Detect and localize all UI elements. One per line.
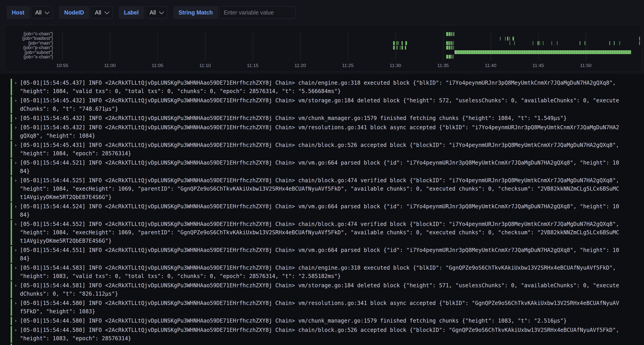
log-volume-mark-x-chain xyxy=(453,55,454,59)
variable-label-string-match: String Match xyxy=(174,6,218,18)
expand-chevron-icon[interactable]: › xyxy=(12,281,20,298)
log-volume-mark-loadtest xyxy=(507,37,508,40)
log-volume-mark-main xyxy=(452,41,452,45)
chevron-down-icon xyxy=(104,9,110,14)
log-row[interactable]: ›[05-01|15:54:44.580] INFO <2AcRkXTLLtQj… xyxy=(11,299,644,316)
log-volume-mark-main xyxy=(450,41,452,45)
x-gridline xyxy=(205,32,206,61)
variable-label-host: Host xyxy=(7,6,29,18)
log-row[interactable]: ›[05-01|15:54:45.432] INFO <2AcRkXTLLtQj… xyxy=(11,96,644,113)
log-volume-mark-main xyxy=(543,41,544,45)
log-line-text: [05-01|15:54:45.437] INFO <2AcRkXTLLtQjv… xyxy=(20,79,619,95)
log-volume-mark-p-chain xyxy=(446,46,448,49)
x-gridline xyxy=(490,32,491,61)
expand-chevron-icon[interactable]: › xyxy=(12,176,20,201)
log-volume-mark-loadtest xyxy=(512,37,514,40)
x-gridline xyxy=(253,32,253,61)
log-row[interactable]: ›[05-01|15:54:44.521] INFO <2AcRkXTLLtQj… xyxy=(11,159,644,175)
log-volume-mark-main xyxy=(533,41,533,45)
log-row[interactable]: ›[05-01|15:54:44.580] INFO <2AcRkXTLLtQj… xyxy=(11,317,644,325)
variable-label-label: Label xyxy=(119,6,144,18)
variable-group-nodeid: NodeIDAll xyxy=(59,6,112,18)
log-volume-mark-c-chain xyxy=(446,32,448,36)
expand-chevron-icon[interactable]: › xyxy=(12,141,20,158)
log-row[interactable]: ›[05-01|15:54:44.524] INFO <2AcRkXTLLtQj… xyxy=(11,202,644,219)
expand-chevron-icon[interactable]: › xyxy=(12,220,20,245)
variable-select-value: All xyxy=(95,9,101,16)
log-volume-mark-p-chain xyxy=(451,46,452,49)
log-volume-mark-p-chain xyxy=(454,46,454,49)
log-volume-mark-main xyxy=(609,41,610,45)
log-line-text: [05-01|15:54:44.583] INFO <2AcRkXTLLtQjv… xyxy=(20,264,619,281)
log-volume-mark-main xyxy=(402,41,403,45)
expand-chevron-icon[interactable]: › xyxy=(12,264,20,281)
log-volume-mark-main xyxy=(557,41,558,45)
variable-select-value: All xyxy=(35,9,42,16)
log-volume-mark-x-chain xyxy=(446,55,448,59)
variable-select-value: All xyxy=(150,9,156,16)
variable-select-nodeid[interactable]: All xyxy=(91,6,112,18)
chevron-down-icon xyxy=(159,9,164,14)
timeline-series-labels: {job="c-chain"}{job="loadtest"}{job="mai… xyxy=(5,31,53,59)
expand-chevron-icon[interactable]: › xyxy=(12,159,20,175)
log-volume-mark-p-chain xyxy=(400,46,400,49)
log-volume-mark-p-chain xyxy=(452,46,453,49)
log-volume-mark-main xyxy=(393,41,395,45)
log-row[interactable]: ›[05-01|15:54:45.432] INFO <2AcRkXTLLtQj… xyxy=(11,123,644,140)
log-row[interactable]: ›[05-01|15:54:45.432] INFO <2AcRkXTLLtQj… xyxy=(11,114,644,122)
log-row[interactable]: ›[05-01|15:54:44.581] INFO <2AcRkXTLLtQj… xyxy=(11,281,644,298)
chevron-down-icon xyxy=(45,9,50,14)
log-row[interactable]: ›[05-01|15:54:45.437] INFO <2AcRkXTLLtQj… xyxy=(11,79,644,95)
log-row[interactable]: ›[05-01|15:54:44.583] INFO <2AcRkXTLLtQj… xyxy=(11,264,644,281)
expand-chevron-icon[interactable]: › xyxy=(12,299,20,316)
expand-chevron-icon[interactable]: › xyxy=(12,326,20,343)
expand-chevron-icon[interactable]: › xyxy=(12,79,20,95)
log-volume-mark-x-chain xyxy=(452,55,452,59)
log-row[interactable]: ›[05-01|15:54:44.551] INFO <2AcRkXTLLtQj… xyxy=(11,246,644,263)
log-volume-mark-p-chain xyxy=(402,46,403,49)
log-row[interactable]: ›[05-01|15:54:44.525] INFO <2AcRkXTLLtQj… xyxy=(11,176,644,201)
expand-chevron-icon[interactable]: › xyxy=(12,344,20,345)
x-tick-label: 11:45 xyxy=(532,63,544,68)
log-volume-mark-loadtest xyxy=(510,37,510,40)
log-row[interactable]: ›[05-01|15:54:44.580] INFO <2AcRkXTLLtQj… xyxy=(11,326,644,343)
log-row[interactable]: ›[05-01|15:54:45.431] INFO <2AcRkXTLLtQj… xyxy=(11,141,644,158)
x-gridline xyxy=(443,32,444,61)
expand-chevron-icon[interactable]: › xyxy=(12,317,20,325)
x-gridline xyxy=(538,32,539,61)
log-volume-mark-x-chain xyxy=(450,55,452,59)
expand-chevron-icon[interactable]: › xyxy=(12,123,20,140)
log-volume-mark-main xyxy=(448,41,450,45)
log-volume-mark-main xyxy=(639,41,640,45)
x-tick-label: 11:05 xyxy=(152,63,164,68)
expand-chevron-icon[interactable]: › xyxy=(12,114,20,122)
variable-value-input[interactable] xyxy=(219,6,296,18)
log-volume-panel: {job="c-chain"}{job="loadtest"}{job="mai… xyxy=(5,25,642,72)
expand-chevron-icon[interactable]: › xyxy=(12,202,20,219)
log-volume-mark-c-chain xyxy=(454,32,454,36)
expand-chevron-icon[interactable]: › xyxy=(12,96,20,113)
log-volume-mark-loadtest xyxy=(505,37,506,40)
log-volume-mark-c-chain xyxy=(451,32,452,36)
x-tick-label: 11:50 xyxy=(580,63,592,68)
log-volume-mark-loadtest xyxy=(500,37,500,40)
x-gridline xyxy=(300,32,301,61)
variable-group-string-match: String Match xyxy=(174,6,296,18)
log-volume-mark-main xyxy=(540,41,540,45)
log-row[interactable]: ›[05-01|15:54:44.552] INFO <2AcRkXTLLtQj… xyxy=(11,220,644,245)
log-line-text: [05-01|15:54:44.551] INFO <2AcRkXTLLtQjv… xyxy=(20,246,619,263)
log-line-text: [05-01|15:54:45.432] INFO <2AcRkXTLLtQjv… xyxy=(20,123,619,140)
variable-select-label[interactable]: All xyxy=(145,6,167,18)
timeline-plot[interactable]: {job="c-chain"}{job="loadtest"}{job="mai… xyxy=(5,25,641,71)
log-volume-mark-p-chain xyxy=(393,46,395,49)
log-volume-mark-main xyxy=(406,41,407,45)
x-gridline xyxy=(158,32,158,61)
log-volume-mark-loadtest xyxy=(639,37,640,40)
log-volume-mark-p-chain xyxy=(449,46,450,49)
x-tick-label: 11:35 xyxy=(437,63,449,68)
log-line-text: [05-01|15:54:44.521] INFO <2AcRkXTLLtQjv… xyxy=(20,159,619,175)
variable-select-host[interactable]: All xyxy=(31,6,53,18)
expand-chevron-icon[interactable]: › xyxy=(12,246,20,263)
log-row[interactable]: ›[05-01|15:54:44.580] INFO <2AcRkXTLLtQj… xyxy=(11,344,644,345)
log-line-text: [05-01|15:54:44.525] INFO <2AcRkXTLLtQjv… xyxy=(20,176,619,201)
